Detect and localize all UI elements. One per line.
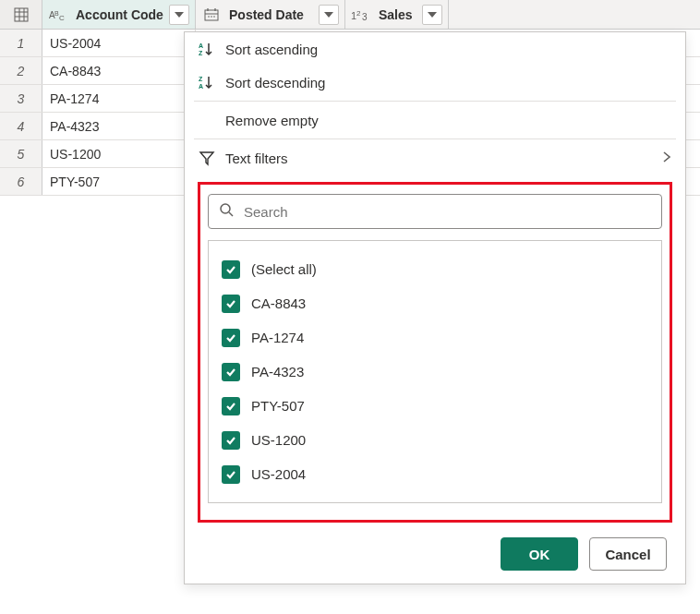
filter-value-label: PA-1274 <box>251 330 304 345</box>
filter-value-item[interactable]: (Select all) <box>222 252 648 286</box>
svg-point-13 <box>211 16 212 18</box>
svg-text:A: A <box>199 83 203 90</box>
column-filter-dropdown[interactable] <box>319 5 339 25</box>
text-type-icon: A B C <box>46 7 70 22</box>
filter-icon <box>198 150 216 166</box>
checkbox-checked[interactable] <box>222 363 240 381</box>
row-index[interactable]: 6 <box>0 168 42 195</box>
filter-value-item[interactable]: CA-8843 <box>222 286 648 320</box>
row-index[interactable]: 5 <box>0 140 42 167</box>
menu-label: Sort descending <box>225 75 325 90</box>
chevron-down-icon <box>175 12 184 18</box>
svg-text:A: A <box>199 42 203 49</box>
svg-text:2: 2 <box>356 9 361 18</box>
row-index[interactable]: 1 <box>0 30 42 56</box>
search-icon <box>218 201 235 222</box>
column-header-posted-date[interactable]: Posted Date <box>196 0 345 29</box>
cell-account-code[interactable]: US-1200 <box>42 140 196 167</box>
svg-marker-24 <box>200 152 213 164</box>
sort-desc-icon: Z A <box>198 74 216 90</box>
date-type-icon <box>199 7 223 22</box>
remove-empty[interactable]: Remove empty <box>185 103 685 137</box>
filter-value-item[interactable]: US-2004 <box>222 457 648 491</box>
row-index[interactable]: 2 <box>0 57 42 84</box>
checkbox-checked[interactable] <box>222 465 240 484</box>
search-input[interactable] <box>242 203 652 221</box>
column-name: Posted Date <box>229 7 313 22</box>
sort-descending[interactable]: Z A Sort descending <box>185 66 685 99</box>
number-type-icon: 1 2 3 <box>349 7 373 22</box>
filter-value-item[interactable]: PA-4323 <box>222 355 648 389</box>
svg-rect-0 <box>15 8 28 21</box>
filter-value-label: CA-8843 <box>251 295 306 311</box>
filter-checklist: (Select all)CA-8843PA-1274PA-4323PTY-507… <box>208 240 662 503</box>
column-filter-dropdown[interactable] <box>169 5 189 25</box>
svg-text:Z: Z <box>199 50 203 56</box>
row-index[interactable]: 3 <box>0 85 42 112</box>
filter-dropdown-panel: A Z Sort ascending Z A Sort descending R… <box>184 31 686 584</box>
filter-value-label: PA-4323 <box>251 364 304 379</box>
svg-rect-8 <box>205 10 218 20</box>
cell-account-code[interactable]: PA-1274 <box>42 85 196 112</box>
column-name: Sales <box>379 7 416 22</box>
filter-value-item[interactable]: PTY-507 <box>222 389 648 423</box>
svg-text:Z: Z <box>199 76 203 82</box>
svg-point-14 <box>213 16 215 18</box>
menu-label: Remove empty <box>225 113 319 128</box>
cancel-button[interactable]: Cancel <box>589 537 667 571</box>
menu-label: Sort ascending <box>225 42 318 57</box>
filter-value-item[interactable]: US-1200 <box>222 423 648 457</box>
svg-line-26 <box>229 212 233 216</box>
column-header-sales[interactable]: 1 2 3 Sales <box>345 0 449 29</box>
checkbox-checked[interactable] <box>222 260 240 279</box>
text-filters[interactable]: Text filters <box>185 141 685 175</box>
menu-separator <box>194 101 676 102</box>
menu-separator <box>194 138 676 139</box>
column-name: Account Code <box>76 7 163 22</box>
checkbox-checked[interactable] <box>222 295 240 313</box>
column-filter-dropdown[interactable] <box>422 5 442 25</box>
filter-value-label: US-2004 <box>251 466 306 482</box>
svg-text:C: C <box>59 14 65 22</box>
filter-values-highlight: (Select all)CA-8843PA-1274PA-4323PTY-507… <box>198 182 672 523</box>
chevron-down-icon <box>428 12 437 18</box>
filter-search-box[interactable] <box>208 194 662 229</box>
filter-value-label: (Select all) <box>251 261 317 277</box>
checkbox-checked[interactable] <box>222 397 240 415</box>
chevron-right-icon <box>661 150 672 166</box>
sort-ascending[interactable]: A Z Sort ascending <box>185 32 685 66</box>
svg-text:3: 3 <box>362 12 368 22</box>
sort-asc-icon: A Z <box>198 41 216 57</box>
cell-account-code[interactable]: US-2004 <box>42 30 196 56</box>
svg-point-25 <box>221 204 230 213</box>
button-label: OK <box>529 547 550 562</box>
ok-button[interactable]: OK <box>501 537 578 571</box>
filter-value-item[interactable]: PA-1274 <box>222 320 648 355</box>
cell-account-code[interactable]: PTY-507 <box>42 168 196 195</box>
column-header-account-code[interactable]: A B C Account Code <box>42 0 196 29</box>
checkbox-checked[interactable] <box>222 329 240 347</box>
row-index[interactable]: 4 <box>0 113 42 139</box>
button-label: Cancel <box>605 547 650 562</box>
cell-account-code[interactable]: PA-4323 <box>42 113 196 139</box>
filter-value-label: US-1200 <box>251 432 306 448</box>
menu-label: Text filters <box>225 150 288 166</box>
select-all-table-icon[interactable] <box>0 0 42 29</box>
cell-account-code[interactable]: CA-8843 <box>42 57 196 84</box>
chevron-down-icon <box>324 12 333 18</box>
checkbox-checked[interactable] <box>222 431 240 450</box>
svg-point-12 <box>208 16 210 18</box>
filter-value-label: PTY-507 <box>251 398 305 414</box>
